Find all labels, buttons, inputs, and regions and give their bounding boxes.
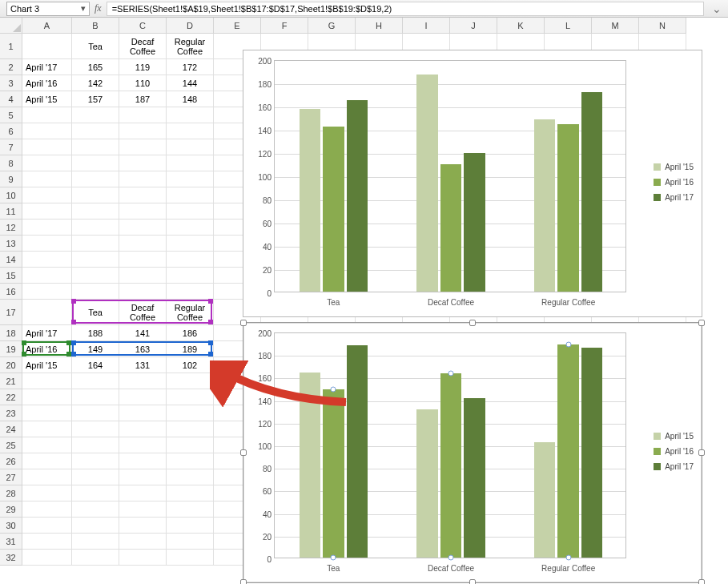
bar[interactable] [464, 153, 485, 292]
row-header-22[interactable]: 22 [0, 389, 22, 405]
cell-B13[interactable] [72, 236, 119, 252]
row-header-16[interactable]: 16 [0, 284, 22, 300]
cell-C22[interactable] [119, 389, 167, 405]
row-header-28[interactable]: 28 [0, 485, 22, 501]
cell-D2[interactable]: 172 [167, 59, 214, 75]
cell-B7[interactable] [72, 139, 119, 155]
row-header-8[interactable]: 8 [0, 155, 22, 171]
row-header-1[interactable]: 1 [0, 34, 22, 59]
cell-A22[interactable] [22, 389, 72, 405]
cell-A8[interactable] [22, 155, 72, 171]
cell-A32[interactable] [22, 550, 72, 566]
cell-A26[interactable] [22, 453, 72, 469]
chart-bottom[interactable]: 020406080100120140160180200TeaDecaf Coff… [243, 322, 702, 583]
cell-C5[interactable] [119, 107, 167, 123]
resize-handle[interactable] [698, 320, 705, 326]
cell-D11[interactable] [167, 203, 214, 220]
cell-C15[interactable] [119, 268, 167, 284]
cell-D4[interactable]: 148 [167, 91, 214, 107]
cell-C26[interactable] [119, 453, 167, 469]
cell-A16[interactable] [22, 284, 72, 300]
cell-A13[interactable] [22, 236, 72, 252]
cell-D17[interactable]: Regular Coffee [167, 300, 214, 325]
cell-B31[interactable] [72, 534, 119, 550]
cell-B29[interactable] [72, 501, 119, 518]
row-header-31[interactable]: 31 [0, 534, 22, 550]
cell-A5[interactable] [22, 107, 72, 123]
cell-C24[interactable] [119, 421, 167, 437]
col-header-C[interactable]: C [119, 18, 167, 34]
cell-B1[interactable]: Tea [72, 34, 119, 59]
cell-C32[interactable] [119, 550, 167, 566]
cell-D16[interactable] [167, 284, 214, 300]
cell-C23[interactable] [119, 405, 167, 421]
row-header-24[interactable]: 24 [0, 421, 22, 437]
bar[interactable] [416, 75, 437, 292]
cell-C2[interactable]: 119 [119, 59, 167, 75]
cell-A4[interactable]: April '15 [22, 91, 72, 107]
cell-C19[interactable]: 163 [119, 341, 167, 357]
cell-C8[interactable] [119, 155, 167, 171]
cell-C10[interactable] [119, 187, 167, 203]
cell-A19[interactable]: April '16 [22, 341, 72, 357]
col-header-B[interactable]: B [72, 18, 119, 34]
cell-A9[interactable] [22, 171, 72, 187]
row-header-25[interactable]: 25 [0, 437, 22, 453]
col-header-K[interactable]: K [497, 18, 545, 34]
cell-C7[interactable] [119, 139, 167, 155]
bar[interactable] [464, 398, 485, 558]
cell-C21[interactable] [119, 373, 167, 389]
col-header-N[interactable]: N [639, 18, 686, 34]
bar[interactable] [557, 124, 578, 292]
cell-B27[interactable] [72, 469, 119, 485]
expand-formula-bar-icon[interactable]: ⌄ [712, 2, 722, 15]
cell-B22[interactable] [72, 389, 119, 405]
select-all-corner[interactable] [0, 18, 22, 34]
chart-bottom-plot[interactable]: 020406080100120140160180200TeaDecaf Coff… [274, 332, 626, 558]
cell-B9[interactable] [72, 171, 119, 187]
col-header-E[interactable]: E [214, 18, 261, 34]
cell-B32[interactable] [72, 550, 119, 566]
cell-B19[interactable]: 149 [72, 341, 119, 357]
cell-D1[interactable]: Regular Coffee [167, 34, 214, 59]
cell-A27[interactable] [22, 469, 72, 485]
cell-A2[interactable]: April '17 [22, 59, 72, 75]
bar[interactable] [300, 373, 320, 558]
name-box-dropdown-icon[interactable]: ▾ [81, 3, 86, 14]
bar[interactable] [581, 92, 602, 292]
chart-top[interactable]: 020406080100120140160180200TeaDecaf Coff… [243, 50, 702, 317]
bar[interactable] [323, 127, 344, 292]
cell-D25[interactable] [167, 437, 214, 453]
resize-handle[interactable] [698, 579, 705, 584]
row-header-30[interactable]: 30 [0, 518, 22, 534]
cell-D32[interactable] [167, 550, 214, 566]
cell-D27[interactable] [167, 469, 214, 485]
cell-B10[interactable] [72, 187, 119, 203]
cell-A18[interactable]: April '17 [22, 325, 72, 341]
cell-C20[interactable]: 131 [119, 357, 167, 373]
col-header-J[interactable]: J [450, 18, 497, 34]
cell-B14[interactable] [72, 252, 119, 268]
cell-C1[interactable]: Decaf Coffee [119, 34, 167, 59]
cell-D13[interactable] [167, 236, 214, 252]
chart-top-plot[interactable]: 020406080100120140160180200TeaDecaf Coff… [274, 60, 626, 292]
bar[interactable] [323, 389, 344, 558]
bar[interactable] [557, 344, 578, 558]
cell-D24[interactable] [167, 421, 214, 437]
legend-item[interactable]: April '16 [654, 447, 694, 456]
row-header-18[interactable]: 18 [0, 325, 22, 341]
cell-D26[interactable] [167, 453, 214, 469]
cell-D15[interactable] [167, 268, 214, 284]
cell-A10[interactable] [22, 187, 72, 203]
cell-A3[interactable]: April '16 [22, 75, 72, 91]
row-header-9[interactable]: 9 [0, 171, 22, 187]
bar[interactable] [347, 345, 368, 558]
cell-C6[interactable] [119, 123, 167, 139]
row-header-26[interactable]: 26 [0, 453, 22, 469]
cell-A17[interactable] [22, 300, 72, 325]
bar[interactable] [440, 164, 461, 292]
cell-B17[interactable]: Tea [72, 300, 119, 325]
cell-C17[interactable]: Decaf Coffee [119, 300, 167, 325]
cell-B18[interactable]: 188 [72, 325, 119, 341]
row-header-14[interactable]: 14 [0, 252, 22, 268]
